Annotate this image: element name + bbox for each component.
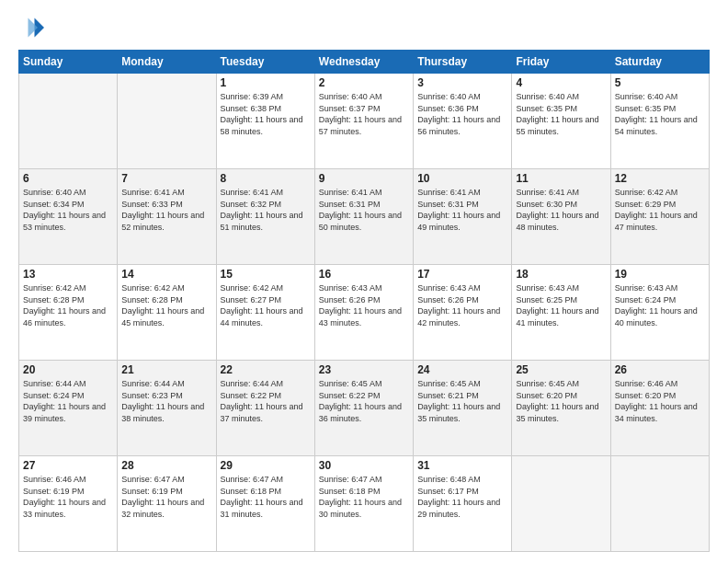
day-info: Sunrise: 6:44 AM Sunset: 6:22 PM Dayligh… [221, 378, 311, 424]
day-info: Sunrise: 6:41 AM Sunset: 6:32 PM Dayligh… [221, 187, 311, 233]
day-info: Sunrise: 6:41 AM Sunset: 6:33 PM Dayligh… [121, 187, 211, 233]
day-cell: 23Sunrise: 6:45 AM Sunset: 6:22 PM Dayli… [314, 361, 413, 456]
day-info: Sunrise: 6:48 AM Sunset: 6:17 PM Dayligh… [417, 474, 507, 520]
day-number: 17 [417, 268, 507, 281]
day-info: Sunrise: 6:47 AM Sunset: 6:19 PM Dayligh… [121, 474, 211, 520]
day-info: Sunrise: 6:39 AM Sunset: 6:38 PM Dayligh… [221, 91, 311, 137]
day-number: 31 [417, 459, 507, 472]
day-info: Sunrise: 6:47 AM Sunset: 6:18 PM Dayligh… [319, 474, 409, 520]
day-info: Sunrise: 6:42 AM Sunset: 6:28 PM Dayligh… [121, 282, 211, 328]
day-cell: 10Sunrise: 6:41 AM Sunset: 6:31 PM Dayli… [414, 169, 512, 265]
week-row-3: 13Sunrise: 6:42 AM Sunset: 6:28 PM Dayli… [19, 265, 710, 361]
day-number: 9 [319, 172, 409, 185]
day-cell: 5Sunrise: 6:40 AM Sunset: 6:35 PM Daylig… [610, 74, 709, 169]
day-info: Sunrise: 6:46 AM Sunset: 6:19 PM Dayligh… [23, 474, 113, 520]
week-row-2: 6Sunrise: 6:40 AM Sunset: 6:34 PM Daylig… [19, 169, 710, 265]
day-number: 20 [23, 363, 113, 376]
day-number: 7 [121, 172, 211, 185]
week-row-1: 1Sunrise: 6:39 AM Sunset: 6:38 PM Daylig… [19, 74, 710, 169]
calendar-table: SundayMondayTuesdayWednesdayThursdayFrid… [18, 50, 710, 552]
col-header-saturday: Saturday [610, 51, 709, 74]
day-cell: 14Sunrise: 6:42 AM Sunset: 6:28 PM Dayli… [118, 265, 216, 361]
day-info: Sunrise: 6:40 AM Sunset: 6:37 PM Dayligh… [319, 91, 409, 137]
col-header-sunday: Sunday [19, 51, 118, 74]
day-cell: 24Sunrise: 6:45 AM Sunset: 6:21 PM Dayli… [414, 361, 512, 456]
day-info: Sunrise: 6:44 AM Sunset: 6:24 PM Dayligh… [23, 378, 113, 424]
day-cell: 22Sunrise: 6:44 AM Sunset: 6:22 PM Dayli… [216, 361, 314, 456]
day-info: Sunrise: 6:43 AM Sunset: 6:26 PM Dayligh… [319, 282, 409, 328]
day-info: Sunrise: 6:41 AM Sunset: 6:30 PM Dayligh… [516, 187, 606, 233]
day-cell: 20Sunrise: 6:44 AM Sunset: 6:24 PM Dayli… [19, 361, 118, 456]
day-info: Sunrise: 6:45 AM Sunset: 6:20 PM Dayligh… [516, 378, 606, 424]
day-number: 15 [221, 268, 311, 281]
day-cell: 29Sunrise: 6:47 AM Sunset: 6:18 PM Dayli… [216, 456, 314, 552]
day-cell: 31Sunrise: 6:48 AM Sunset: 6:17 PM Dayli… [414, 456, 512, 552]
col-header-wednesday: Wednesday [314, 51, 413, 74]
header [18, 15, 710, 40]
day-cell: 13Sunrise: 6:42 AM Sunset: 6:28 PM Dayli… [19, 265, 118, 361]
day-info: Sunrise: 6:41 AM Sunset: 6:31 PM Dayligh… [417, 187, 507, 233]
day-cell: 3Sunrise: 6:40 AM Sunset: 6:36 PM Daylig… [414, 74, 512, 169]
col-header-friday: Friday [512, 51, 610, 74]
day-cell: 9Sunrise: 6:41 AM Sunset: 6:31 PM Daylig… [314, 169, 413, 265]
day-number: 11 [516, 172, 606, 185]
day-cell: 26Sunrise: 6:46 AM Sunset: 6:20 PM Dayli… [610, 361, 709, 456]
day-cell: 7Sunrise: 6:41 AM Sunset: 6:33 PM Daylig… [118, 169, 216, 265]
day-info: Sunrise: 6:47 AM Sunset: 6:18 PM Dayligh… [221, 474, 311, 520]
day-number: 14 [121, 268, 211, 281]
day-info: Sunrise: 6:40 AM Sunset: 6:35 PM Dayligh… [516, 91, 606, 137]
day-number: 13 [23, 268, 113, 281]
col-header-monday: Monday [118, 51, 216, 74]
day-cell [512, 456, 610, 552]
day-cell: 27Sunrise: 6:46 AM Sunset: 6:19 PM Dayli… [19, 456, 118, 552]
day-cell: 4Sunrise: 6:40 AM Sunset: 6:35 PM Daylig… [512, 74, 610, 169]
day-number: 3 [417, 76, 507, 89]
day-number: 18 [516, 268, 606, 281]
day-info: Sunrise: 6:40 AM Sunset: 6:34 PM Dayligh… [23, 187, 113, 233]
day-number: 30 [319, 459, 409, 472]
day-cell [19, 74, 118, 169]
day-cell: 19Sunrise: 6:43 AM Sunset: 6:24 PM Dayli… [610, 265, 709, 361]
week-row-5: 27Sunrise: 6:46 AM Sunset: 6:19 PM Dayli… [19, 456, 710, 552]
day-number: 19 [615, 268, 705, 281]
day-number: 25 [516, 363, 606, 376]
day-info: Sunrise: 6:41 AM Sunset: 6:31 PM Dayligh… [319, 187, 409, 233]
logo-icon [18, 15, 44, 40]
day-number: 24 [417, 363, 507, 376]
week-row-4: 20Sunrise: 6:44 AM Sunset: 6:24 PM Dayli… [19, 361, 710, 456]
day-info: Sunrise: 6:43 AM Sunset: 6:26 PM Dayligh… [417, 282, 507, 328]
day-info: Sunrise: 6:42 AM Sunset: 6:29 PM Dayligh… [615, 187, 705, 233]
day-cell: 8Sunrise: 6:41 AM Sunset: 6:32 PM Daylig… [216, 169, 314, 265]
day-number: 4 [516, 76, 606, 89]
day-info: Sunrise: 6:43 AM Sunset: 6:24 PM Dayligh… [615, 282, 705, 328]
day-info: Sunrise: 6:45 AM Sunset: 6:22 PM Dayligh… [319, 378, 409, 424]
day-cell: 21Sunrise: 6:44 AM Sunset: 6:23 PM Dayli… [118, 361, 216, 456]
col-header-tuesday: Tuesday [216, 51, 314, 74]
day-cell: 28Sunrise: 6:47 AM Sunset: 6:19 PM Dayli… [118, 456, 216, 552]
day-cell: 11Sunrise: 6:41 AM Sunset: 6:30 PM Dayli… [512, 169, 610, 265]
day-number: 26 [615, 363, 705, 376]
logo [18, 15, 48, 40]
day-cell: 18Sunrise: 6:43 AM Sunset: 6:25 PM Dayli… [512, 265, 610, 361]
day-number: 5 [615, 76, 705, 89]
day-number: 27 [23, 459, 113, 472]
day-info: Sunrise: 6:40 AM Sunset: 6:35 PM Dayligh… [615, 91, 705, 137]
day-info: Sunrise: 6:43 AM Sunset: 6:25 PM Dayligh… [516, 282, 606, 328]
day-cell: 15Sunrise: 6:42 AM Sunset: 6:27 PM Dayli… [216, 265, 314, 361]
day-number: 2 [319, 76, 409, 89]
day-cell: 1Sunrise: 6:39 AM Sunset: 6:38 PM Daylig… [216, 74, 314, 169]
header-row: SundayMondayTuesdayWednesdayThursdayFrid… [19, 51, 710, 74]
day-number: 22 [221, 363, 311, 376]
day-cell [118, 74, 216, 169]
day-info: Sunrise: 6:46 AM Sunset: 6:20 PM Dayligh… [615, 378, 705, 424]
day-cell: 17Sunrise: 6:43 AM Sunset: 6:26 PM Dayli… [414, 265, 512, 361]
day-number: 12 [615, 172, 705, 185]
day-cell: 12Sunrise: 6:42 AM Sunset: 6:29 PM Dayli… [610, 169, 709, 265]
day-cell: 30Sunrise: 6:47 AM Sunset: 6:18 PM Dayli… [314, 456, 413, 552]
day-number: 29 [221, 459, 311, 472]
day-number: 16 [319, 268, 409, 281]
day-number: 21 [121, 363, 211, 376]
day-number: 10 [417, 172, 507, 185]
day-number: 23 [319, 363, 409, 376]
day-info: Sunrise: 6:42 AM Sunset: 6:28 PM Dayligh… [23, 282, 113, 328]
